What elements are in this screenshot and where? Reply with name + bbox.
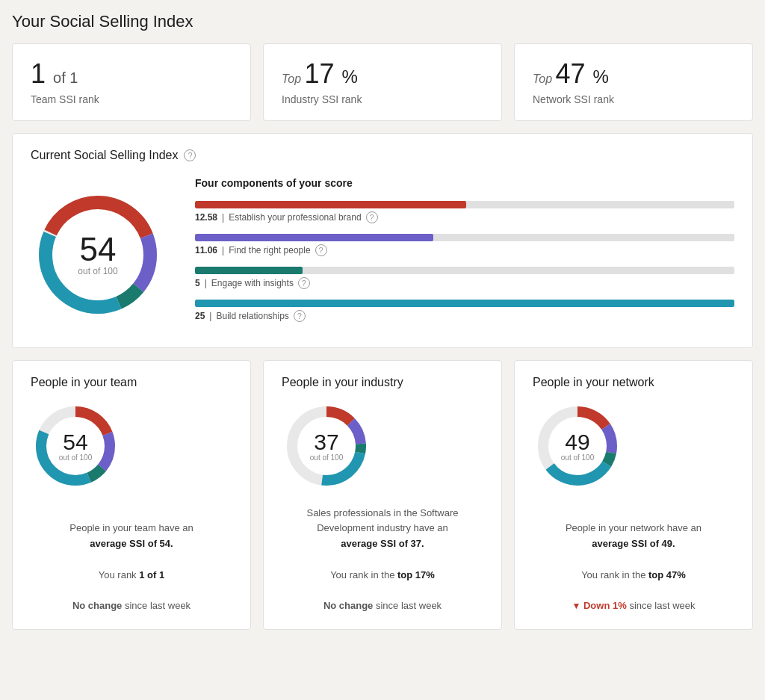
rel-text: Build relationships: [216, 311, 288, 321]
people-value: 11.06: [195, 245, 217, 255]
industry-card-chart: 37 out of 100: [282, 401, 483, 491]
brand-sep: |: [222, 212, 224, 223]
team-rank-bold: 1 of 1: [139, 569, 164, 580]
page-title: Your Social Selling Index: [12, 12, 753, 31]
rank-value-industry: Top 17 %: [282, 59, 483, 89]
brand-value: 12.58: [195, 212, 217, 223]
insights-bar-track: [195, 267, 734, 274]
network-down-arrow: ▼: [572, 601, 580, 611]
people-cards: People in your team 54 out of 100: [12, 360, 753, 631]
rel-label: 25 | Build relationships ?: [195, 310, 734, 322]
network-change-suffix: since last week: [627, 600, 696, 611]
insights-bar-fill: [195, 267, 303, 274]
main-donut-score: 54 out of 100: [78, 233, 117, 276]
ssi-panel: Current Social Selling Index ?: [12, 133, 753, 348]
network-top-label: Top: [533, 72, 556, 85]
people-help-icon[interactable]: ?: [315, 244, 327, 256]
component-insights: 5 | Engage with insights ?: [195, 267, 734, 289]
main-donut: 54 out of 100: [31, 188, 165, 322]
team-mini-donut: 54 out of 100: [31, 401, 120, 491]
team-rank-label: Team SSI rank: [31, 93, 232, 105]
insights-value: 5: [195, 278, 200, 288]
industry-top-label: Top: [282, 72, 305, 85]
rank-card-network: Top 47 % Network SSI rank: [514, 43, 753, 121]
brand-label: 12.58 | Establish your professional bran…: [195, 211, 734, 223]
industry-desc-bold1: average SSI of 37.: [341, 538, 424, 549]
rel-value: 25: [195, 311, 205, 321]
team-score-num: 54: [59, 430, 92, 453]
industry-rank-num: 17: [305, 58, 335, 89]
rank-card-industry: Top 17 % Industry SSI rank: [263, 43, 502, 121]
main-score-num: 54: [78, 233, 117, 266]
team-score-sub: out of 100: [59, 453, 92, 461]
team-rank-line: You rank 1 of 1: [99, 569, 164, 580]
rel-sep: |: [209, 311, 211, 321]
industry-rank-pct: %: [342, 66, 358, 87]
page-container: Your Social Selling Index 1 of 1 Team SS…: [12, 12, 753, 630]
components-title: Four components of your score: [195, 177, 734, 189]
team-desc-bold1: average SSI of 54.: [90, 538, 173, 549]
industry-rank-line: You rank in the top 17%: [330, 569, 435, 580]
rank-cards: 1 of 1 Team SSI rank Top 17 % Industry S…: [12, 43, 753, 121]
industry-rank-bold: top 17%: [397, 569, 435, 580]
rank-value-team: 1 of 1: [31, 59, 232, 89]
network-rank-num: 47: [556, 58, 586, 89]
brand-help-icon[interactable]: ?: [366, 211, 378, 223]
people-label: 11.06 | Find the right people ?: [195, 244, 734, 256]
industry-mini-score: 37 out of 100: [310, 430, 343, 461]
component-brand: 12.58 | Establish your professional bran…: [195, 201, 734, 223]
network-rank-bold: top 47%: [648, 569, 686, 580]
industry-rank-label: Industry SSI rank: [282, 93, 483, 105]
components-section: Four components of your score 12.58 | Es…: [195, 177, 734, 332]
network-score-sub: out of 100: [561, 453, 594, 461]
rel-bar-track: [195, 300, 734, 307]
people-sep: |: [222, 245, 224, 255]
industry-score-sub: out of 100: [310, 453, 343, 461]
ssi-content: 54 out of 100 Four components of your sc…: [31, 177, 734, 332]
team-card-text: People in your team have an average SSI …: [31, 521, 232, 614]
network-mini-score: 49 out of 100: [561, 430, 594, 461]
industry-change-text: No change: [323, 600, 373, 611]
ssi-panel-title: Current Social Selling Index ?: [31, 149, 734, 162]
people-card-network: People in your network 49 out of 100: [514, 360, 753, 631]
people-card-team: People in your team 54 out of 100: [12, 360, 251, 631]
network-card-chart: 49 out of 100: [533, 401, 734, 491]
rel-help-icon[interactable]: ?: [294, 310, 306, 322]
insights-text: Engage with insights: [211, 278, 294, 288]
brand-text: Establish your professional brand: [229, 212, 361, 223]
network-card-title: People in your network: [533, 376, 734, 389]
network-card-text: People in your network have an average S…: [533, 521, 734, 614]
network-mini-donut: 49 out of 100: [533, 401, 622, 491]
industry-change-suffix: since last week: [373, 600, 442, 611]
team-change-text: No change: [72, 600, 122, 611]
industry-mini-donut: 37 out of 100: [282, 401, 371, 491]
network-desc-bold1: average SSI of 49.: [592, 538, 675, 549]
industry-card-title: People in your industry: [282, 376, 483, 389]
insights-help-icon[interactable]: ?: [298, 277, 310, 289]
rank-card-team: 1 of 1 Team SSI rank: [12, 43, 251, 121]
ssi-help-icon[interactable]: ?: [184, 149, 196, 161]
network-desc1: People in your network have an: [566, 522, 701, 533]
brand-bar-track: [195, 201, 734, 208]
industry-score-num: 37: [310, 430, 343, 453]
people-bar-track: [195, 234, 734, 241]
team-rank-of: of 1: [53, 69, 78, 86]
insights-sep: |: [205, 278, 207, 288]
team-card-chart: 54 out of 100: [31, 401, 232, 491]
network-score-num: 49: [561, 430, 594, 453]
team-desc1: People in your team have an: [69, 522, 193, 533]
team-change-suffix: since last week: [122, 600, 191, 611]
network-rank-line: You rank in the top 47%: [581, 569, 686, 580]
network-change-text: Down 1%: [583, 600, 627, 611]
team-rank-num: 1: [31, 58, 46, 89]
industry-desc1: Sales professionals in the Software Deve…: [306, 507, 458, 534]
main-score-sub: out of 100: [78, 266, 117, 276]
people-card-industry: People in your industry 37 out of 100: [263, 360, 502, 631]
insights-label: 5 | Engage with insights ?: [195, 277, 734, 289]
brand-bar-fill: [195, 201, 466, 208]
industry-card-text: Sales professionals in the Software Deve…: [282, 506, 483, 615]
rel-bar-fill: [195, 300, 734, 307]
network-rank-pct: %: [593, 66, 609, 87]
people-bar-fill: [195, 234, 433, 241]
ssi-title-text: Current Social Selling Index: [31, 149, 178, 162]
